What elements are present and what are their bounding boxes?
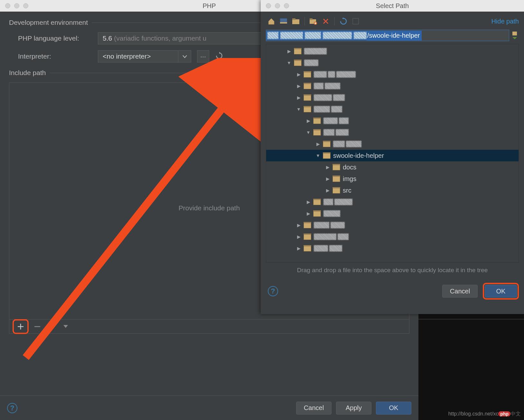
- section-include-label: Include path: [9, 69, 46, 77]
- drop-hint: Drag and drop a file into the space abov…: [266, 263, 519, 276]
- ok-button[interactable]: OK: [485, 285, 517, 298]
- tree-selected-label: swoole-ide-helper: [333, 152, 384, 159]
- interpreter-field[interactable]: <no interpreter>: [98, 50, 191, 62]
- select-path-title: Select Path: [261, 2, 524, 10]
- svg-rect-6: [310, 18, 313, 20]
- tree-child-label: src: [343, 187, 351, 194]
- select-path-footer: ? Cancel OK: [261, 280, 524, 305]
- lang-level-value: 5.6: [103, 34, 112, 42]
- svg-rect-4: [292, 18, 295, 20]
- interpreter-more-button[interactable]: ···: [197, 50, 209, 62]
- tree-row: imgs: [266, 173, 519, 185]
- directory-tree[interactable]: swoole-ide-helper docs imgs src: [266, 44, 519, 263]
- svg-text:★: ★: [314, 22, 317, 25]
- delete-icon[interactable]: [320, 16, 331, 27]
- add-button[interactable]: [15, 321, 26, 332]
- svg-rect-3: [292, 19, 299, 24]
- path-field[interactable]: /swoole-ide-helper: [266, 30, 509, 41]
- tree-row: src: [266, 185, 519, 196]
- help-icon[interactable]: ?: [7, 403, 17, 413]
- project-icon[interactable]: [290, 16, 301, 27]
- cancel-button[interactable]: Cancel: [296, 402, 332, 415]
- ok-highlight: OK: [483, 283, 519, 300]
- select-path-titlebar: Select Path: [261, 0, 524, 12]
- svg-rect-10: [512, 32, 517, 35]
- tree-row-selected: swoole-ide-helper: [266, 150, 519, 161]
- reload-icon[interactable]: [215, 52, 223, 62]
- path-prefix-redacted: [266, 31, 367, 40]
- interpreter-label: Interpreter:: [18, 52, 92, 60]
- refresh-icon[interactable]: [338, 16, 349, 27]
- tree-row: docs: [266, 161, 519, 173]
- show-hidden-icon[interactable]: [350, 16, 361, 27]
- select-path-toolbar: ★ Hide path: [266, 15, 519, 28]
- include-placeholder: Provide include path: [179, 204, 240, 212]
- lang-level-label: PHP language level:: [18, 34, 92, 42]
- remove-button[interactable]: [32, 321, 43, 332]
- ok-button[interactable]: OK: [376, 402, 411, 415]
- history-dropdown-icon[interactable]: [511, 31, 519, 40]
- add-highlight: [13, 319, 29, 334]
- svg-rect-2: [280, 22, 287, 24]
- section-dev-env-label: Development environment: [9, 19, 88, 26]
- apply-button[interactable]: Apply: [336, 402, 371, 415]
- php-footer: ? Cancel Apply OK: [0, 396, 418, 420]
- cancel-button[interactable]: Cancel: [442, 285, 478, 298]
- move-up-button[interactable]: [46, 321, 57, 332]
- path-input-row: /swoole-ide-helper: [266, 30, 519, 41]
- path-suffix: /swoole-ide-helper: [367, 31, 422, 41]
- help-icon[interactable]: ?: [268, 286, 278, 296]
- tree-child-label: imgs: [343, 175, 356, 183]
- chevron-down-icon[interactable]: [178, 51, 191, 63]
- home-icon[interactable]: [266, 16, 277, 27]
- desktop-icon[interactable]: [278, 16, 289, 27]
- svg-rect-9: [353, 18, 359, 24]
- select-path-dialog: Select Path ★ Hide path: [261, 0, 524, 314]
- watermark: http://blog.csdn.net/xcphp中文: [448, 411, 521, 417]
- new-folder-icon[interactable]: ★: [308, 16, 319, 27]
- move-down-button[interactable]: [60, 321, 71, 332]
- tree-child-label: docs: [343, 164, 356, 171]
- hide-path-link[interactable]: Hide path: [491, 18, 519, 25]
- include-toolbar: [9, 319, 409, 333]
- lang-level-hint: (variadic functions, argument u: [114, 34, 206, 42]
- interpreter-value: <no interpreter>: [103, 52, 151, 60]
